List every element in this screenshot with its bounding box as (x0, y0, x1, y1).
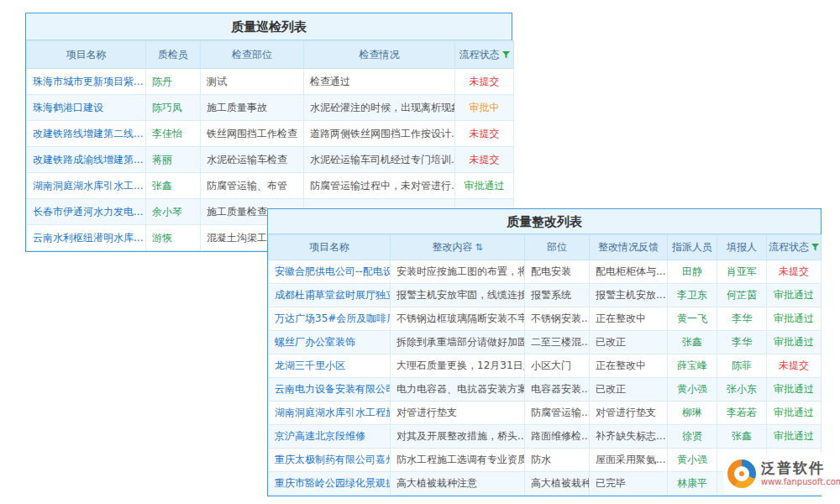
project-link[interactable]: 万达广场35#会所及咖啡厅空... (269, 307, 391, 331)
table-row[interactable]: 万达广场35#会所及咖啡厅空... 不锈钢边框玻璃隔断安装不牢... 不锈钢安装… (269, 307, 822, 331)
assignee-name[interactable]: 李卫东 (668, 284, 717, 307)
inspector-name[interactable]: 蒋丽 (146, 147, 201, 173)
feedback-cell: 对管进行垫支 (590, 402, 668, 425)
reporter-name[interactable]: 李若若 (717, 402, 767, 425)
table-row[interactable]: 珠海鹤港口建设 陈巧凤 施工质量事故 水泥砼灌注的时候，出现离析现象 审批中 (27, 95, 514, 121)
brand-website: www.fanpusoft.com (761, 477, 840, 488)
project-link[interactable]: 珠海鹤港口建设 (27, 95, 146, 121)
assignee-name[interactable]: 林康平 (668, 472, 717, 496)
project-link[interactable]: 重庆市豁岭公园绿化景观提升... (269, 472, 391, 496)
column-header-content[interactable]: 整改内容⇅ (391, 235, 525, 260)
status-cell: 审批通过 (767, 425, 822, 449)
table-row[interactable]: 珠海市城市更新项目紫... 陈丹 测试 检查通过 未提交 (27, 69, 514, 95)
status-text: 未提交 (779, 360, 809, 371)
filter-icon[interactable] (811, 242, 819, 254)
assignee-name[interactable]: 张鑫 (668, 331, 717, 354)
assignee-name[interactable]: 柳琳 (668, 402, 717, 425)
reporter-name[interactable]: 何芷茵 (717, 284, 767, 307)
part-cell: 小区大门 (525, 354, 590, 378)
inspector-name[interactable]: 李佳怡 (146, 121, 201, 147)
part-cell: 水泥砼运输车检查 (201, 147, 304, 173)
status-text: 审批通过 (774, 336, 814, 348)
assignee-name[interactable]: 黄小强 (668, 449, 717, 472)
inspector-name[interactable]: 陈丹 (146, 69, 201, 95)
content-cell: 电力电容器、电抗器安装方案... (391, 378, 525, 402)
status-text: 审批通过 (774, 312, 814, 324)
table-row[interactable]: 湖南洞庭湖水库引水工... 张鑫 防腐管运输、布管 防腐管运输过程中，未对管进行… (27, 173, 514, 199)
status-cell: 未提交 (455, 69, 514, 95)
header-row: 项目名称 质检员 检查部位 检查情况 流程状态 (27, 41, 514, 69)
status-text: 未提交 (470, 154, 500, 165)
column-header-part: 部位 (525, 235, 590, 260)
table-row[interactable]: 龙湖三千里小区 大理石质量更换，12月31日之... 小区大门 正在整改中 薛宝… (269, 354, 822, 378)
feedback-cell: 配电柜柜体与... (590, 260, 668, 284)
filter-icon[interactable] (502, 50, 510, 61)
situation-cell: 道路两侧铁丝网围挡工作按设计... (304, 121, 455, 147)
part-cell: 施工质量事故 (201, 95, 304, 121)
situation-cell: 检查通过 (304, 69, 455, 95)
project-link[interactable]: 湖南洞庭湖水库引水工... (27, 173, 146, 199)
assignee-name[interactable]: 黄一飞 (668, 307, 717, 331)
project-link[interactable]: 安徽合肥供电公司--配电设备... (269, 260, 391, 284)
inspector-name[interactable]: 余小琴 (146, 199, 201, 225)
situation-cell: 防腐管运输过程中，未对管进行... (304, 173, 455, 199)
content-cell: 安装时应按施工图的布置，将... (391, 260, 525, 284)
part-cell: 防腐管运输... (525, 402, 590, 425)
assignee-name[interactable]: 薛宝峰 (668, 354, 717, 378)
reporter-name[interactable]: 张鑫 (717, 425, 767, 449)
feedback-cell: 已改正 (590, 331, 668, 354)
table-row[interactable]: 成都杜甫草堂盆时展厅独立展... 报警主机安放牢固，线缆连接... 报警系统 报… (269, 284, 822, 307)
project-link[interactable]: 珠海市城市更新项目紫... (27, 69, 146, 95)
situation-cell: 水泥砼运输车司机经过专门培训... (304, 147, 455, 173)
column-header-status-label: 流程状态 (459, 49, 500, 60)
inspection-list-title: 质量巡检列表 (26, 13, 512, 40)
part-cell: 配电安装 (525, 260, 590, 284)
reporter-name[interactable]: 陈菲 (717, 354, 767, 378)
table-row[interactable]: 京沪高速北京段维修 对其及开展整改措施，桥头... 路面维修检... 补齐缺失标… (269, 425, 822, 449)
column-header-status-label: 流程状态 (769, 241, 809, 253)
project-link[interactable]: 湖南洞庭湖水库引水工程施工... (269, 402, 391, 425)
project-link[interactable]: 螺丝厂办公室装饰 (269, 331, 391, 354)
inspector-name[interactable]: 陈巧凤 (146, 95, 201, 121)
assignee-name[interactable]: 黄小强 (668, 378, 717, 402)
status-cell: 未提交 (455, 147, 514, 173)
content-cell: 对其及开展整改措施，桥头... (391, 425, 525, 449)
column-header-inspector: 质检员 (146, 41, 201, 69)
reporter-name[interactable]: 李华 (717, 307, 767, 331)
project-link[interactable]: 改建铁路成渝线增建第... (27, 147, 146, 173)
reporter-name[interactable]: 肖亚军 (717, 260, 767, 284)
status-text: 审批通过 (774, 383, 814, 395)
feedback-cell: 屋面采用聚氨... (590, 449, 668, 472)
table-row[interactable]: 云南电力设备安装有限公司20... 电力电容器、电抗器安装方案... 电容器安装… (269, 378, 822, 402)
table-row[interactable]: 改建铁路线增建第二线... 李佳怡 铁丝网围挡工作检查 道路两侧铁丝网围挡工作按… (27, 121, 514, 147)
column-header-part: 检查部位 (201, 41, 304, 69)
status-cell: 未提交 (767, 354, 822, 378)
part-cell: 高大植被栽种 (525, 472, 590, 496)
table-row[interactable]: 改建铁路成渝线增建第... 蒋丽 水泥砼运输车检查 水泥砼运输车司机经过专门培训… (27, 147, 514, 173)
project-link[interactable]: 京沪高速北京段维修 (269, 425, 391, 449)
project-link[interactable]: 云南水利枢纽潜明水库... (27, 225, 146, 251)
inspector-name[interactable]: 张鑫 (146, 173, 201, 199)
column-header-project: 项目名称 (269, 235, 391, 260)
reporter-name[interactable]: 李华 (717, 331, 767, 354)
project-link[interactable]: 重庆太极制药有限公司嘉州中... (269, 449, 391, 472)
table-row[interactable]: 安徽合肥供电公司--配电设备... 安装时应按施工图的布置，将... 配电安装 … (269, 260, 822, 284)
project-link[interactable]: 改建铁路线增建第二线... (27, 121, 146, 147)
status-cell: 未提交 (455, 121, 514, 147)
status-text: 审批通过 (774, 407, 814, 418)
project-link[interactable]: 长春市伊通河水力发电... (27, 199, 146, 225)
column-header-status: 流程状态 (455, 41, 514, 69)
project-link[interactable]: 成都杜甫草堂盆时展厅独立展... (269, 284, 391, 307)
inspector-name[interactable]: 游恢 (146, 225, 201, 251)
assignee-name[interactable]: 田静 (668, 260, 717, 284)
status-text: 审批中 (470, 102, 500, 113)
assignee-name[interactable]: 徐贤 (668, 425, 717, 449)
project-link[interactable]: 云南电力设备安装有限公司20... (269, 378, 391, 402)
table-row[interactable]: 螺丝厂办公室装饰 拆除到承重墙部分请做好加固... 二至三楼混... 已改正 张… (269, 331, 822, 354)
project-link[interactable]: 龙湖三千里小区 (269, 354, 391, 378)
sort-icon[interactable]: ⇅ (475, 242, 482, 253)
table-row[interactable]: 湖南洞庭湖水库引水工程施工... 对管进行垫支 防腐管运输... 对管进行垫支 … (269, 402, 822, 425)
status-cell: 审批通过 (455, 173, 514, 199)
part-cell: 二至三楼混... (525, 331, 590, 354)
reporter-name[interactable]: 张小东 (717, 378, 767, 402)
